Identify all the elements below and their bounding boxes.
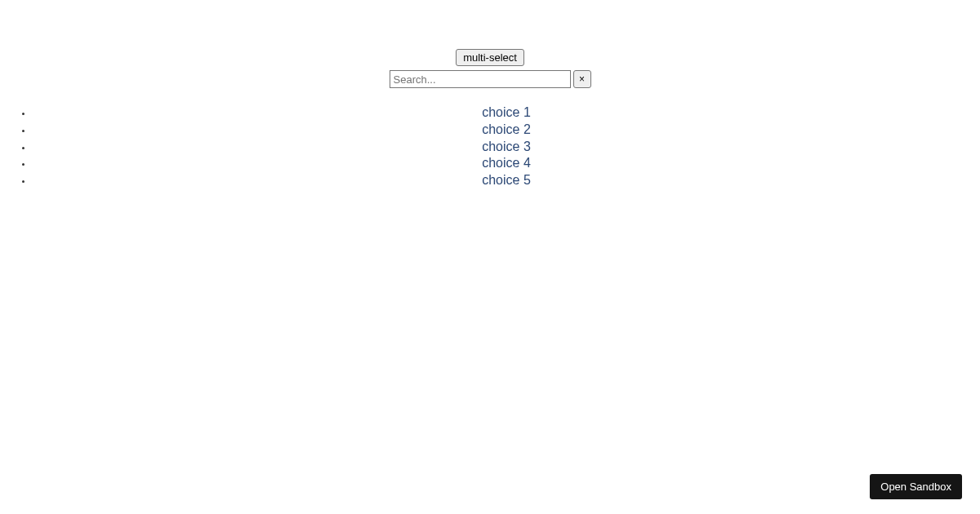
search-input[interactable]: [390, 70, 571, 88]
list-item: choice 4: [33, 155, 980, 172]
choice-link[interactable]: choice 5: [33, 172, 980, 189]
search-row: ×: [390, 70, 591, 88]
choice-link[interactable]: choice 2: [33, 122, 980, 139]
close-icon: ×: [579, 73, 585, 85]
open-sandbox-button[interactable]: Open Sandbox: [870, 474, 962, 499]
list-item: choice 2: [33, 122, 980, 139]
choices-list: choice 1 choice 2 choice 3 choice 4 choi…: [0, 104, 980, 189]
multi-select-button[interactable]: multi-select: [456, 49, 524, 66]
list-item: choice 3: [33, 139, 980, 156]
choice-link[interactable]: choice 3: [33, 139, 980, 156]
choice-link[interactable]: choice 1: [33, 104, 980, 122]
list-item: choice 1: [33, 104, 980, 122]
main-container: multi-select × choice 1 choice 2 choice …: [0, 0, 980, 189]
clear-button[interactable]: ×: [573, 70, 591, 88]
choice-link[interactable]: choice 4: [33, 155, 980, 172]
list-item: choice 5: [33, 172, 980, 189]
toolbar-row: multi-select: [0, 49, 980, 66]
